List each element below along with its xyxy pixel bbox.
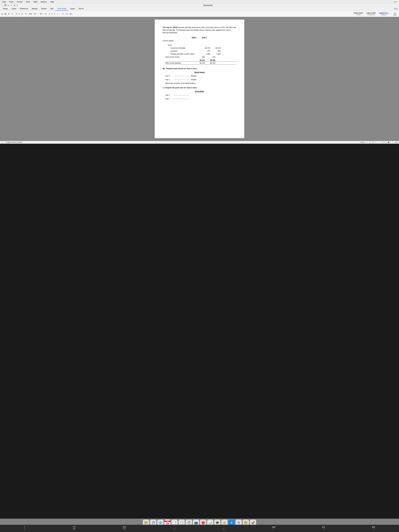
language-display: English (United States) xyxy=(6,141,22,143)
focus-btn[interactable]: Focus xyxy=(360,141,365,143)
tab-tell-me[interactable]: Tell me xyxy=(77,7,85,11)
fn-key-bar: ☀ F2 ⊞⊞⊞⊞ F3 ⊞⊞⊞⊞⊞⊞ F4 ⋯ F5 ⋰ F6 ◀◀ F7 ▶… xyxy=(0,525,399,532)
zoom-slider[interactable] xyxy=(380,142,391,143)
save-btn[interactable]: 💾 xyxy=(4,4,7,6)
fn-f3[interactable]: ⊞⊞⊞⊞ F3 xyxy=(73,526,75,531)
line-spacing-btn[interactable]: ↕ ▾ xyxy=(61,13,64,15)
q2-heading: 2. Compute the quick ratio for Years 2 a… xyxy=(163,86,236,89)
list-bullets-btn[interactable]: ☰ ▾ xyxy=(39,13,43,15)
style-normal-preview: AaBbCcDdEe xyxy=(354,12,363,14)
qa-year2-row: Year 2 $million xyxy=(165,75,236,77)
list-indent-btn[interactable]: ⇥ ▾ xyxy=(44,13,47,15)
fn-f2[interactable]: ☀ F2 xyxy=(24,526,25,531)
underline-btn[interactable]: U xyxy=(1,13,3,15)
row-inv-label: Inventory xyxy=(171,50,200,53)
qa-year2-line xyxy=(174,76,190,76)
style-normal[interactable]: AaBbCcDdEe Normal xyxy=(352,12,364,16)
fn-f4[interactable]: ⊞⊞⊞⊞⊞⊞ F4 xyxy=(123,526,126,531)
tab-bar: Design Layout References Mailings Review… xyxy=(0,7,399,11)
zoom-level: 100 xyxy=(395,141,398,143)
qa-year2-label: Year 2 xyxy=(165,75,173,77)
border-btn[interactable]: ⊞ ▾ xyxy=(69,13,73,15)
row-ar-label: Accounts receivable xyxy=(171,47,200,50)
col-year2: Year 2 xyxy=(192,36,196,39)
print-btn[interactable]: 🖨 xyxy=(13,4,16,6)
q1-heading: ⊞1. Compute quick assets for Years 2 and… xyxy=(163,67,236,70)
menu-window[interactable]: Window xyxy=(40,0,47,3)
tab-layout2[interactable]: Layout xyxy=(68,7,77,11)
tab-mailings[interactable]: Mailings xyxy=(30,7,39,11)
table-row-tca-total: $4,317 $4,430 xyxy=(165,58,236,62)
tab-table-design[interactable]: Table Design xyxy=(55,7,68,11)
tab-view[interactable]: View xyxy=(48,7,55,11)
font-size-select[interactable]: 12 14 16 xyxy=(14,13,20,15)
undo-btn[interactable]: ↩ xyxy=(7,4,10,6)
tab-references[interactable]: References xyxy=(18,7,30,11)
styles-pane-button[interactable]: 🗂 StylesPane xyxy=(392,11,398,16)
menu-format[interactable]: Format xyxy=(16,0,23,3)
fn-f6[interactable]: ⋰ F6 xyxy=(223,526,225,531)
zoom-minus[interactable]: − xyxy=(378,141,379,143)
table-row-prepaid: Prepaid and other current assets 1,889 1… xyxy=(171,52,236,56)
align-center-btn[interactable]: ≡ xyxy=(51,13,53,15)
font-color-btn[interactable]: A ▾ xyxy=(33,13,37,15)
row-tcl-label: Total current liabilities xyxy=(165,62,194,65)
document-page[interactable]: The Gap Inc. (GPS) operates specialty re… xyxy=(155,19,244,138)
qr-year1-label: Year 1 xyxy=(165,97,173,100)
superscript-btn[interactable]: x² xyxy=(11,13,14,15)
font-aa-btn[interactable]: Aa ▾ xyxy=(28,13,33,15)
menu-help[interactable]: Help xyxy=(50,0,54,3)
row-tcl-y1: $2,342 xyxy=(205,62,215,65)
zoom-plus[interactable]: + xyxy=(393,141,393,143)
style-no-spacing[interactable]: AaBbCcDdEe No Spacing xyxy=(365,12,377,16)
subscript-btn[interactable]: X₂ xyxy=(8,13,10,15)
row-tca-y1: 530 xyxy=(205,56,215,59)
font-smaller-btn[interactable]: A↓ xyxy=(25,13,28,15)
menu-tools[interactable]: Tools xyxy=(25,0,30,3)
tab-design[interactable]: Design xyxy=(1,7,10,11)
styles-arrow-btn[interactable]: › xyxy=(390,13,392,15)
proofing-icon: 📝 xyxy=(1,141,3,143)
divider2 xyxy=(60,13,60,15)
tab-review[interactable]: Review xyxy=(39,7,48,11)
menu-view[interactable]: View xyxy=(2,0,6,3)
divider1 xyxy=(38,13,38,15)
style-heading1[interactable]: AaBbCcDc Heading 1 xyxy=(378,12,390,16)
align-right-btn[interactable]: ≡ xyxy=(54,13,56,15)
status-bar-right: Focus □ 📋 ☰ ≡ − + 100 xyxy=(360,141,398,143)
align-justify-btn[interactable]: ≡ xyxy=(57,13,58,15)
fn-f5[interactable]: ⋯ F5 xyxy=(173,526,175,531)
fn-f8[interactable]: ▶‖ F8 xyxy=(323,526,325,531)
fn-f7[interactable]: ◀◀ F7 xyxy=(272,526,275,531)
row-ar-y2: $1,515 xyxy=(200,47,210,50)
style-normal-label: Normal xyxy=(356,14,361,15)
strikethrough-btn[interactable]: ab xyxy=(4,13,7,15)
shading-btn[interactable]: ◇ ▾ xyxy=(65,13,68,15)
more-btn[interactable]: ▾ xyxy=(16,4,18,6)
menu-table[interactable]: Table xyxy=(33,0,38,3)
qa-year2-unit: $million xyxy=(191,75,196,77)
row-ar-y1: $1,510 xyxy=(210,47,221,50)
view-icon2: 📋 xyxy=(369,141,371,143)
qr-year1-row: Year 1 xyxy=(165,97,236,100)
fn-f9[interactable]: ▶▶ F9 xyxy=(372,526,375,531)
menu-insert[interactable]: Insert xyxy=(9,0,14,3)
fn-f7-label: F7 xyxy=(273,528,274,530)
format-toolbar: U ab X₂ x² 12 14 16 A↑ A↓ Aa ▾ A ▾ ☰ ▾ ⇥… xyxy=(0,11,399,17)
style-heading1-label: Heading 1 xyxy=(381,14,387,16)
tab-layout[interactable]: Layout xyxy=(10,7,18,11)
style-heading1-preview: AaBbCcDc xyxy=(379,12,388,14)
align-left-btn[interactable]: ≡ xyxy=(48,13,50,15)
document-title: Document2 xyxy=(19,4,397,6)
style-no-spacing-label: No Spacing xyxy=(368,14,375,15)
qa-year1-line xyxy=(174,80,190,80)
round-note: (Round your answers to two decimal place… xyxy=(165,82,236,85)
row-tca-y2: 638 xyxy=(194,56,205,59)
redo-btn[interactable]: ↩ xyxy=(10,4,13,6)
row-inv-y2: 275 xyxy=(200,50,210,53)
fn-f3-symbol: ⊞⊞⊞⊞ xyxy=(73,526,75,529)
qr-year2-label: Year 2 xyxy=(165,94,173,96)
home-btn[interactable]: ⌂ xyxy=(1,4,3,6)
font-larger-btn[interactable]: A↑ xyxy=(21,13,24,15)
share-btn[interactable]: Share xyxy=(394,8,398,10)
